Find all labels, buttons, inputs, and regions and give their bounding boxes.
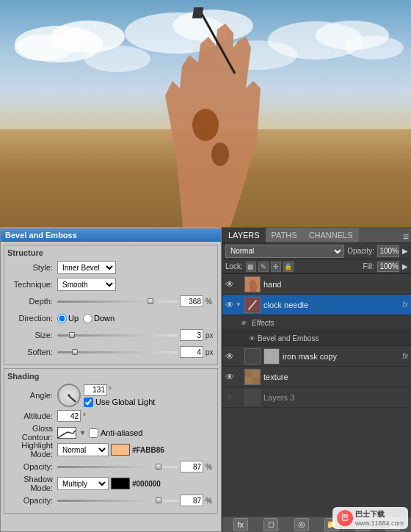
watermark-url: www.11684.com (355, 520, 404, 527)
eye-icon-texture[interactable]: 👁 (224, 371, 236, 383)
layer-row-hand[interactable]: 👁 hand (222, 274, 411, 295)
layer-row-layers3[interactable]: 👁 Layers 3 (222, 387, 411, 408)
angle-input[interactable] (84, 384, 107, 396)
eye-icon-clock-needle[interactable]: 👁 (224, 299, 236, 311)
highlight-opacity-control: % (57, 461, 214, 472)
shadow-color-hex: #000000 (132, 480, 161, 488)
size-slider[interactable] (57, 334, 178, 337)
layer-name-hand: hand (262, 280, 410, 289)
bevel-emboss-panel: Bevel and Emboss Structure Style: Inner … (0, 227, 222, 532)
svg-rect-18 (245, 349, 260, 364)
lock-all-icon[interactable]: 🔒 (283, 262, 294, 272)
opacity-input[interactable] (377, 245, 399, 257)
layers-options-bar: Normal Multiply Screen Opacity: ▶ (222, 243, 411, 259)
panel-menu-icon[interactable]: ≡ (401, 231, 411, 242)
altitude-label: Altitude: (7, 411, 57, 420)
svg-point-10 (192, 109, 219, 141)
style-select[interactable]: Inner Bevel Outer Bevel Emboss (57, 261, 116, 274)
highlight-color-swatch[interactable] (111, 444, 130, 456)
layer-row-bevel-emboss[interactable]: 👁 Bevel and Emboss (222, 331, 411, 346)
opacity-arrow[interactable]: ▶ (402, 247, 408, 255)
soften-input[interactable] (180, 346, 203, 358)
svg-point-11 (211, 143, 229, 166)
angle-unit: ° (109, 386, 117, 394)
highlight-opacity-row: Opacity: % (7, 459, 214, 474)
direction-up-radio[interactable] (57, 314, 67, 323)
highlight-mode-label: Highlight Mode: (7, 441, 57, 459)
watermark-logo: 巴 巴士下载 www.11684.com (337, 509, 404, 527)
shadow-opacity-slider[interactable] (57, 500, 178, 502)
direction-control: Up Down (57, 314, 214, 323)
highlight-mode-select[interactable]: Normal Multiply Screen (57, 443, 109, 456)
blend-mode-select[interactable]: Normal Multiply Screen (225, 245, 344, 258)
soften-slider[interactable] (57, 351, 178, 353)
highlight-opacity-slider[interactable] (57, 466, 178, 468)
soften-row: Soften: px (7, 345, 214, 359)
gloss-contour-row: Gloss Contour: ▼ Anti-aliased (7, 425, 214, 440)
layer-row-iron-mask[interactable]: 👁 iron mask copy fx (222, 346, 411, 367)
depth-unit: % (205, 298, 214, 306)
contour-arrow: ▼ (79, 429, 86, 436)
size-control: px (57, 329, 214, 341)
soften-label: Soften: (7, 348, 57, 356)
tab-channels[interactable]: CHANNELS (303, 228, 359, 242)
tab-layers[interactable]: LAYERS (222, 228, 266, 242)
technique-control: Smooth Chisel Hard Chisel Soft (57, 278, 214, 291)
fill-arrow[interactable]: ▶ (402, 262, 408, 270)
anti-aliased-checkbox[interactable] (89, 428, 98, 438)
layers-lock-bar: Lock: ▩ ✎ ✛ 🔒 Fill: ▶ (222, 259, 411, 274)
layer-name-texture: texture (262, 373, 410, 381)
layer-name-iron-mask: iron mask copy (281, 352, 402, 361)
layer-row-clock-needle[interactable]: 👁 ▼ clock needle fx (222, 295, 411, 315)
add-layer-style-button[interactable]: fx (233, 518, 248, 531)
layer-row-effects[interactable]: 👁 Effects (222, 315, 411, 331)
lock-pixels-icon[interactable]: ✎ (258, 262, 269, 272)
iron-mask-thumb2 (263, 348, 280, 364)
layers-panel: LAYERS PATHS CHANNELS ≡ Normal Multiply … (222, 227, 411, 532)
layer-row-texture[interactable]: 👁 texture (222, 367, 411, 387)
layer-thumb-layers3 (244, 389, 261, 406)
shading-section: Shading Angle: ° (4, 368, 218, 514)
depth-input[interactable] (180, 295, 203, 307)
add-mask-button[interactable]: ◻ (263, 518, 278, 531)
effects-eye-icon: 👁 (240, 320, 247, 327)
highlight-color-hex: #FABB86 (132, 446, 164, 454)
direction-down-radio[interactable] (83, 314, 92, 323)
shadow-opacity-input[interactable] (180, 495, 203, 506)
shadow-color-swatch[interactable] (111, 478, 130, 489)
global-light-label[interactable]: Use Global Light (84, 398, 155, 407)
global-light-checkbox[interactable] (84, 398, 93, 407)
eye-icon-layers3[interactable]: 👁 (224, 392, 236, 403)
size-input[interactable] (180, 329, 203, 341)
eye-icon-hand[interactable]: 👁 (224, 278, 236, 290)
layer-thumb-iron-mask (244, 348, 261, 364)
lock-icons: ▩ ✎ ✛ 🔒 (246, 262, 294, 272)
lock-position-icon[interactable]: ✛ (271, 262, 281, 272)
fill-input[interactable] (377, 262, 399, 272)
new-fill-layer-button[interactable]: ◎ (294, 518, 309, 531)
svg-point-2 (15, 35, 73, 61)
layer-thumb-texture (244, 369, 261, 385)
expand-clock-needle[interactable]: ▼ (236, 301, 243, 308)
technique-label: Technique: (7, 280, 57, 289)
eye-icon-iron-mask[interactable]: 👁 (224, 351, 236, 362)
highlight-opacity-input[interactable] (180, 461, 203, 472)
direction-down-label[interactable]: Down (83, 314, 114, 323)
effects-label: Effects (249, 319, 274, 327)
highlight-opacity-label: Opacity: (7, 462, 57, 471)
shadow-opacity-unit: % (205, 497, 214, 505)
technique-row: Technique: Smooth Chisel Hard Chisel Sof… (7, 277, 214, 292)
anti-aliased-label[interactable]: Anti-aliased (89, 428, 142, 438)
technique-select[interactable]: Smooth Chisel Hard Chisel Soft (57, 278, 116, 291)
depth-slider[interactable] (57, 301, 178, 303)
angle-wheel[interactable] (57, 384, 81, 407)
altitude-input[interactable] (57, 410, 81, 422)
lock-transparent-icon[interactable]: ▩ (246, 262, 256, 272)
direction-up-label[interactable]: Up (57, 314, 79, 323)
tab-paths[interactable]: PATHS (266, 228, 303, 242)
shadow-mode-select[interactable]: Multiply Normal Screen (57, 477, 109, 490)
contour-preview[interactable] (57, 427, 76, 439)
shadow-mode-label: Shadow Mode: (7, 475, 57, 492)
style-row: Style: Inner Bevel Outer Bevel Emboss (7, 260, 214, 275)
structure-section: Structure Style: Inner Bevel Outer Bevel… (4, 245, 218, 365)
